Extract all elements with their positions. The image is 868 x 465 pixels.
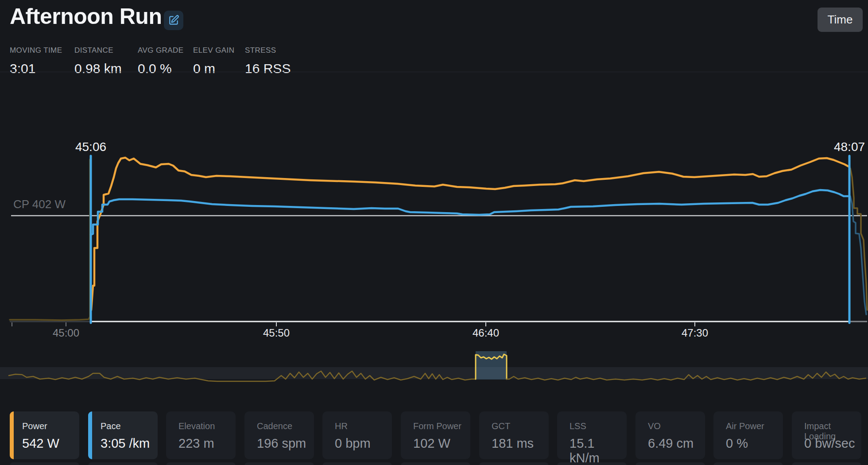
metric-card-value: 3:05 /km <box>101 436 150 451</box>
metric-card-cadence[interactable]: Cadence196 spm <box>244 411 314 459</box>
metric-card-value: 0 bpm <box>335 436 371 451</box>
metric-card-pace[interactable]: Pace3:05 /km <box>88 411 158 459</box>
metric-card-label: HR <box>335 421 348 431</box>
x-axis-tick-label: 45:00 <box>53 327 79 339</box>
metric-card-label: VO <box>648 421 661 431</box>
metric-card-value: 542 W <box>22 436 59 451</box>
x-axis-tick-label: 46:40 <box>473 327 499 339</box>
x-axis-tick-label: 47:30 <box>682 327 708 339</box>
metric-card-elevation[interactable]: Elevation223 m <box>166 411 236 459</box>
next-row-card-top[interactable] <box>322 462 392 465</box>
x-axis-tick-label: 45:50 <box>263 327 290 339</box>
next-row-card-top[interactable] <box>713 462 783 465</box>
trace-power-before-selection <box>10 159 90 320</box>
metric-card-value: 223 m <box>178 436 214 451</box>
trace-power-after-selection <box>850 168 867 310</box>
next-row-card-top[interactable] <box>792 462 861 465</box>
activity-screen: Afternoon Run Time MOVING TIME3:01DISTAN… <box>0 0 868 465</box>
metric-card-form-power[interactable]: Form Power102 W <box>401 411 470 459</box>
metric-card-label: Power <box>22 421 47 431</box>
metric-card-air-power[interactable]: Air Power0 % <box>713 411 783 459</box>
metric-accent-bar <box>10 411 14 459</box>
metric-card-label: Cadence <box>257 421 292 431</box>
metric-card-value: 0 bw/sec <box>804 436 855 451</box>
metric-card-value: 181 ms <box>492 436 534 451</box>
metric-card-value: 0 % <box>726 436 748 451</box>
metric-card-label: Form Power <box>413 421 461 431</box>
metric-card-power[interactable]: Power542 W <box>10 411 79 459</box>
pace-series-line <box>91 190 849 235</box>
metric-card-value: 102 W <box>413 436 450 451</box>
next-row-card-top[interactable] <box>479 462 549 465</box>
metric-card-value: 196 spm <box>257 436 306 451</box>
metric-card-impact-loading[interactable]: Impact Loading0 bw/sec <box>792 411 861 459</box>
next-row-card-top[interactable] <box>244 462 314 465</box>
metric-card-label: Pace <box>101 421 121 431</box>
next-row-card-top[interactable] <box>401 462 470 465</box>
metric-card-label: Air Power <box>726 421 764 431</box>
next-row-card-top[interactable] <box>557 462 627 465</box>
next-row-card-top[interactable] <box>166 462 236 465</box>
metric-card-label: GCT <box>492 421 510 431</box>
critical-power-label: CP 402 W <box>13 198 66 211</box>
power-series-line <box>91 158 849 310</box>
selection-end-time-label: 48:07 <box>834 140 865 154</box>
selection-start-time-label: 45:06 <box>75 140 106 154</box>
metric-card-lss[interactable]: LSS15.1 kN/m <box>557 411 627 459</box>
overview-brush[interactable] <box>476 351 507 380</box>
metric-card-value: 15.1 kN/m <box>570 436 627 465</box>
metric-card-vo[interactable]: VO6.49 cm <box>636 411 705 459</box>
activity-chart[interactable] <box>0 0 868 465</box>
next-row-card-top[interactable] <box>88 462 158 465</box>
next-row-card-top[interactable] <box>636 462 705 465</box>
metric-card-label: LSS <box>570 421 586 431</box>
metric-accent-bar <box>88 411 92 459</box>
metric-card-label: Elevation <box>178 421 215 431</box>
metric-card-hr[interactable]: HR0 bpm <box>322 411 392 459</box>
metric-card-gct[interactable]: GCT181 ms <box>479 411 549 459</box>
metric-card-value: 6.49 cm <box>648 436 694 451</box>
next-row-card-top[interactable] <box>10 462 79 465</box>
